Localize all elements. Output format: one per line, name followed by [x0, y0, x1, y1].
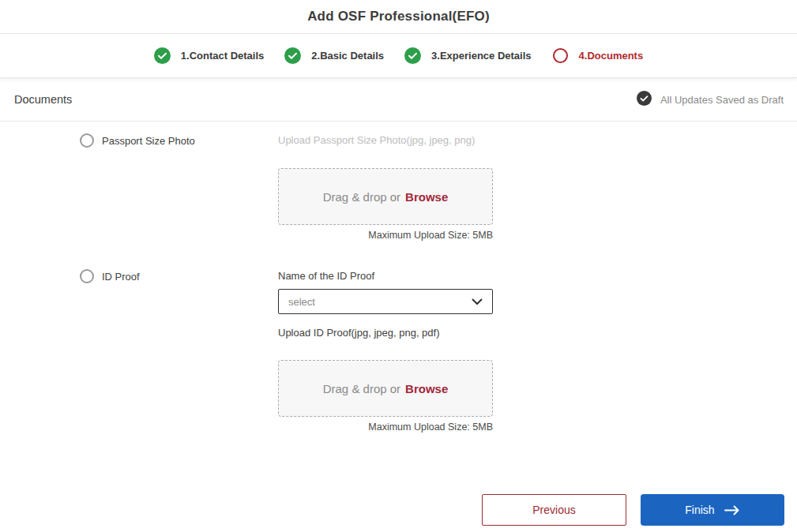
documents-form: Passport Size Photo Upload Passport Size… [0, 122, 797, 433]
id-proof-select[interactable]: select [278, 289, 493, 314]
browse-link[interactable]: Browse [405, 382, 448, 395]
id-proof-name-label: Name of the ID Proof [278, 269, 493, 283]
previous-button[interactable]: Previous [482, 494, 626, 526]
dropzone-text: Drag & drop or [323, 382, 400, 395]
max-upload-size-note: Maximum Upload Size: 5MB [278, 421, 493, 433]
wizard-stepper: 1.Contact Details 2.Basic Details 3.Expe… [0, 34, 797, 78]
chevron-down-icon [472, 294, 483, 309]
step-label: 4.Documents [579, 50, 644, 62]
section-bar: Documents All Updates Saved as Draft [0, 78, 797, 122]
step-complete-check-icon [154, 47, 171, 64]
passport-photo-option: Passport Size Photo [80, 133, 278, 148]
step-current-circle-icon [552, 47, 569, 64]
id-proof-select-value: select [288, 296, 315, 308]
passport-upload-label: Upload Passport Size Photo(jpg, jpeg, pn… [278, 133, 493, 148]
passport-photo-dropzone[interactable]: Drag & drop or Browse [278, 168, 493, 225]
draft-status: All Updates Saved as Draft [637, 91, 784, 109]
max-upload-size-note: Maximum Upload Size: 5MB [278, 230, 493, 241]
step-label: 3.Experience Details [431, 50, 531, 62]
browse-link[interactable]: Browse [405, 190, 448, 204]
step-documents[interactable]: 4.Documents [552, 47, 644, 64]
wizard-footer: Previous Finish [482, 494, 784, 526]
id-proof-option: ID Proof [80, 269, 278, 283]
arrow-right-icon [724, 505, 740, 515]
step-label: 2.Basic Details [311, 50, 384, 62]
add-osf-professional-page: Add OSF Professional(EFO) 1.Contact Deta… [0, 0, 797, 532]
step-basic-details[interactable]: 2.Basic Details [284, 47, 384, 64]
step-experience-details[interactable]: 3.Experience Details [404, 47, 531, 64]
title-bar: Add OSF Professional(EFO) [0, 0, 797, 34]
passport-photo-row: Passport Size Photo Upload Passport Size… [80, 133, 797, 241]
page-title: Add OSF Professional(EFO) [307, 9, 490, 24]
dropzone-text: Drag & drop or [323, 190, 400, 204]
passport-photo-radio[interactable] [80, 133, 94, 148]
finish-button-label: Finish [685, 504, 714, 516]
id-proof-row: ID Proof Name of the ID Proof select Upl… [80, 269, 797, 433]
passport-photo-fields: Upload Passport Size Photo(jpg, jpeg, pn… [278, 133, 493, 241]
id-proof-radio-label[interactable]: ID Proof [102, 271, 140, 283]
id-proof-radio[interactable] [80, 269, 94, 283]
passport-photo-radio-label[interactable]: Passport Size Photo [102, 135, 195, 147]
id-proof-upload-label: Upload ID Proof(jpg, jpeg, png, pdf) [278, 326, 493, 340]
step-contact-details[interactable]: 1.Contact Details [154, 47, 264, 64]
id-proof-dropzone[interactable]: Drag & drop or Browse [278, 360, 493, 417]
id-proof-fields: Name of the ID Proof select Upload ID Pr… [278, 269, 493, 433]
step-complete-check-icon [284, 47, 301, 64]
saved-check-icon [637, 91, 652, 109]
finish-button[interactable]: Finish [641, 494, 784, 526]
step-label: 1.Contact Details [181, 50, 264, 62]
section-title: Documents [14, 93, 72, 106]
step-complete-check-icon [404, 47, 421, 64]
draft-status-text: All Updates Saved as Draft [660, 94, 784, 106]
